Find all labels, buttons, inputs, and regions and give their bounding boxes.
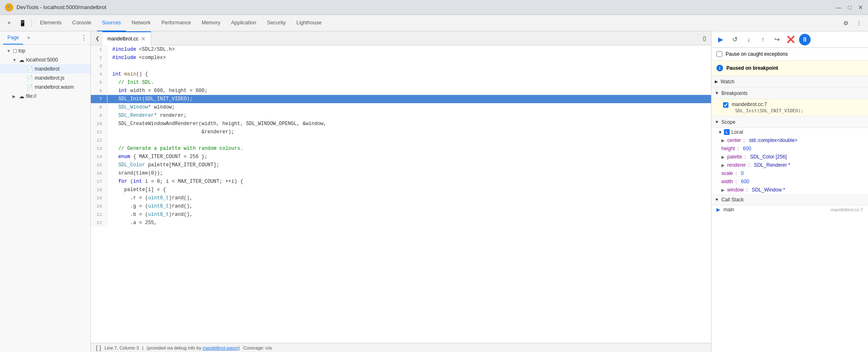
step-button[interactable]: ↪: [771, 34, 783, 45]
code-line-15: 15 SDL_Color palette[MAX_ITER_COUNT];: [91, 161, 711, 169]
tab-console[interactable]: Console: [67, 15, 96, 31]
prop-sep-window: :: [746, 187, 747, 193]
editor-tab-bar: ❮ mandelbrot.cc ✕ {}: [91, 31, 711, 45]
prop-sep-height: :: [738, 146, 739, 151]
pretty-print-button[interactable]: {}: [700, 33, 709, 43]
filetree-more-button[interactable]: ⋮: [81, 34, 87, 42]
cursor-position: Line 7, Column 3: [104, 345, 139, 350]
inspect-element-button[interactable]: ⌖: [3, 17, 15, 29]
debug-panel: ▶ ↺ ↓ ↑ ↪ ❌ ⏸ Pause on caught exceptions…: [711, 31, 868, 352]
minimize-button[interactable]: —: [836, 4, 842, 11]
scope-item-palette[interactable]: ▶ palette : SDL_Color [256]: [711, 153, 868, 161]
tab-security[interactable]: Security: [262, 15, 291, 31]
tree-item-file[interactable]: ▶ ☁ file://: [0, 92, 90, 101]
callstack-section-header[interactable]: ▼ Call Stack: [711, 194, 868, 206]
deactivate-breakpoints-button[interactable]: ❌: [785, 34, 797, 45]
filetree-tab-page[interactable]: Page: [3, 31, 23, 45]
devtools-icon: 🔧: [5, 3, 13, 12]
prop-val-palette: SDL_Color [256]: [750, 154, 787, 160]
filetree-tab-more[interactable]: »: [23, 31, 34, 45]
callstack-item-main[interactable]: ▶ main mandelbrot.cc:7: [711, 206, 868, 214]
local-scope-icon: L: [724, 129, 730, 135]
prop-name-height: height: [721, 146, 735, 151]
more-button[interactable]: ⋮: [853, 17, 865, 29]
step-over-button[interactable]: ↺: [729, 34, 740, 45]
cloud-icon-file: ☁: [19, 93, 24, 99]
tab-lighthouse[interactable]: Lighthouse: [292, 15, 327, 31]
tab-performance[interactable]: Performance: [157, 15, 196, 31]
tree-item-mandelbrot-js[interactable]: 📄 mandelbrot.js: [0, 73, 90, 83]
tree-item-mandelbrot[interactable]: 📄 mandelbrot: [0, 64, 90, 73]
debug-source-info: (provided via debug info by mandelbrot.w…: [147, 345, 240, 350]
editor-panel: ❮ mandelbrot.cc ✕ {} 1 #include <SDL2/SD…: [91, 31, 711, 352]
pause-on-exception-toggle[interactable]: ⏸: [799, 34, 811, 45]
filetree-body: ▼ □ top ▼ ☁ localhost:5000 📄 mandelbrot: [0, 45, 90, 352]
breakpoints-arrow: ▼: [715, 91, 719, 95]
wasm-link[interactable]: mandelbrot.wasm: [202, 345, 238, 350]
scope-item-renderer[interactable]: ▶ renderer : SDL_Renderer *: [711, 161, 868, 169]
status-bar: { } Line 7, Column 3 | (provided via deb…: [91, 343, 711, 352]
code-line-20: 20 .g = (uint8_t)rand(),: [91, 202, 711, 210]
code-editor[interactable]: 1 #include <SDL2/SDL.h> 2 #include <comp…: [91, 45, 711, 343]
tab-network[interactable]: Network: [127, 15, 156, 31]
tab-sources[interactable]: Sources: [97, 15, 126, 31]
breakpoint-checkbox-1[interactable]: [723, 102, 728, 108]
folder-icon: □: [13, 47, 17, 54]
prop-name-renderer: renderer: [727, 162, 746, 168]
debug-toolbar: ▶ ↺ ↓ ↑ ↪ ❌ ⏸: [711, 31, 868, 48]
code-line-13: 13 // Generate a palette with random col…: [91, 144, 711, 153]
prop-val-window: SDL_Window *: [752, 187, 785, 193]
tree-item-top[interactable]: ▼ □ top: [0, 46, 90, 55]
tree-item-mandelbrot-wasm[interactable]: 📄 mandelbrot.wasm: [0, 83, 90, 92]
code-line-6: 6 int width = 600, height = 600;: [91, 87, 711, 95]
tab-elements[interactable]: Elements: [35, 15, 66, 31]
scope-item-width: width : 600: [711, 177, 868, 186]
tab-application[interactable]: Application: [226, 15, 261, 31]
titlebar: 🔧 DevTools - localhost:5000/mandelbrot —…: [0, 0, 868, 15]
close-button[interactable]: ✕: [858, 4, 863, 11]
settings-button[interactable]: ⚙: [840, 17, 851, 29]
breakpoints-section-header[interactable]: ▼ Breakpoints: [711, 87, 868, 99]
provider-text: provided via debug info by: [148, 345, 201, 350]
scope-section-header[interactable]: ▼ Scope: [711, 116, 868, 128]
prop-val-center: std::complex<double>: [749, 137, 797, 143]
pause-on-exceptions-checkbox[interactable]: [716, 51, 722, 57]
format-button[interactable]: { }: [96, 345, 101, 351]
local-scope-header[interactable]: ▼ L Local: [711, 128, 868, 136]
step-into-button[interactable]: ↓: [743, 34, 754, 45]
file-icon-mandelbrot: 📄: [26, 66, 33, 72]
code-line-18: 18 palette[i] = {: [91, 186, 711, 194]
scope-item-window[interactable]: ▶ window : SDL_Window *: [711, 186, 868, 194]
tree-arrow-localhost: ▼: [12, 58, 17, 62]
paused-banner: i Paused on breakpoint: [711, 61, 868, 76]
scope-item-center[interactable]: ▶ center : std::complex<double>: [711, 136, 868, 144]
resume-button[interactable]: ▶: [715, 34, 726, 45]
file-tree-panel: Page » ⋮ ▼ □ top ▼ ☁ localhost:5000: [0, 31, 91, 352]
info-icon: i: [716, 65, 723, 71]
editor-tab-mandelbrot[interactable]: mandelbrot.cc ✕: [102, 31, 151, 45]
toolbar-separator: [31, 19, 32, 27]
tree-label-file: file://: [26, 93, 36, 99]
prop-name-palette: palette: [727, 154, 742, 160]
step-out-button[interactable]: ↑: [757, 34, 768, 45]
code-line-11: 11 &renderer);: [91, 128, 711, 136]
tab-memory[interactable]: Memory: [197, 15, 225, 31]
code-line-4: 4 int main() {: [91, 70, 711, 78]
prop-sep-scale: :: [735, 170, 737, 176]
prop-val-scale: 0: [741, 170, 744, 176]
file-icon-wasm: 📄: [26, 84, 33, 90]
code-line-9: 9 SDL_Renderer* renderer;: [91, 111, 711, 120]
tree-item-localhost[interactable]: ▼ ☁ localhost:5000: [0, 55, 90, 64]
scope-label: Scope: [721, 119, 735, 125]
prop-name-scale: scale: [721, 170, 733, 176]
code-line-5: 5 // Init SDL.: [91, 78, 711, 87]
callstack-loc-main: mandelbrot.cc:7: [831, 207, 863, 212]
device-toolbar-button[interactable]: 📱: [17, 17, 28, 29]
watch-section-header[interactable]: ▶ Watch: [711, 76, 868, 87]
status-separator: |: [142, 345, 143, 350]
maximize-button[interactable]: □: [848, 4, 851, 11]
prop-val-height: 600: [743, 146, 751, 151]
editor-nav-back[interactable]: ❮: [92, 33, 102, 43]
editor-tab-close[interactable]: ✕: [141, 35, 146, 42]
toolbar-right: ⚙ ⋮: [840, 17, 865, 29]
